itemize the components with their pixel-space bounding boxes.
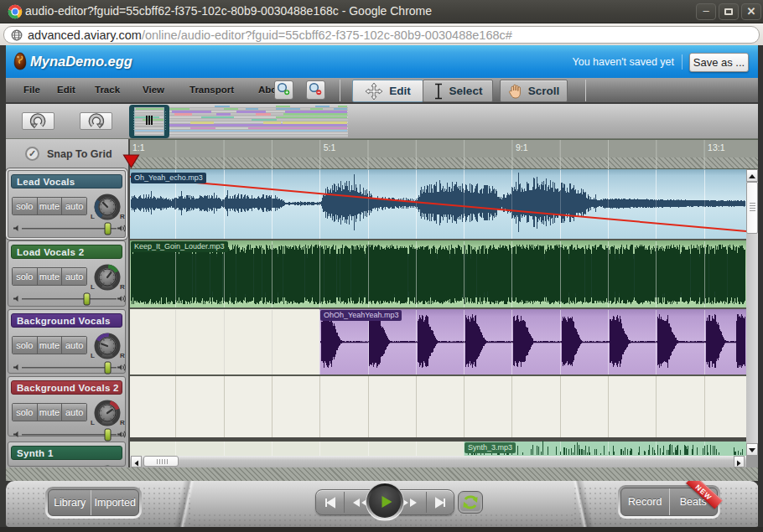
- svg-text:R: R: [120, 352, 125, 359]
- svg-text:L: L: [91, 352, 95, 359]
- svg-text:L: L: [91, 283, 95, 291]
- svg-text:R: R: [120, 283, 125, 291]
- svg-text:L: L: [91, 213, 95, 220]
- svg-text:R: R: [120, 213, 125, 220]
- svg-text:R: R: [120, 419, 125, 426]
- svg-text:L: L: [91, 419, 95, 426]
